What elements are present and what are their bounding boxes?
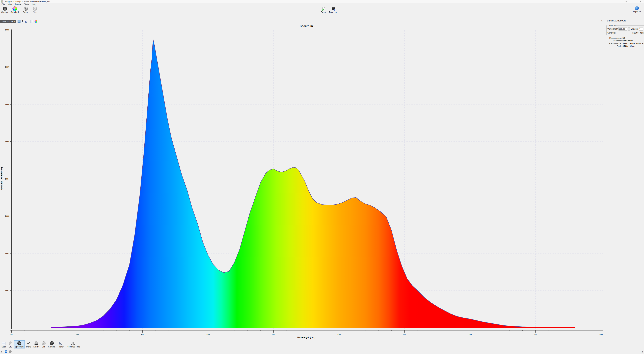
info-badge[interactable]: i <box>9 350 12 353</box>
svg-text:800: 800 <box>600 334 602 336</box>
svg-text:0.008: 0.008 <box>5 29 10 31</box>
console-log-icon[interactable]: ▸] <box>1 351 3 353</box>
centroid-group: Centroid Wavelength ▲ ▼ Window ▲ ▼ Centr… <box>606 24 644 35</box>
tab-label: CIE <box>9 346 12 348</box>
tab-label: Trend <box>26 346 31 348</box>
view-tabbar: Data CIE Spectrum Trend L*a*b* CRI Gamma… <box>0 340 644 349</box>
lab-ellipsoids-icon <box>34 341 38 346</box>
window-label: Window <box>631 28 638 30</box>
info-glyph: i <box>636 7 637 10</box>
data-table-icon[interactable] <box>18 20 21 23</box>
svg-text:0.005: 0.005 <box>5 141 10 143</box>
menu-file[interactable]: File <box>0 3 6 6</box>
tab-label: Response Time <box>66 346 80 348</box>
svg-text:450: 450 <box>141 334 144 336</box>
x-axis-label: Wavelength (nm.) <box>297 336 316 339</box>
tab-data[interactable]: Data <box>0 341 7 349</box>
spin-up-icon: ▲ <box>628 28 630 29</box>
menu-tools[interactable]: Tools <box>23 3 30 6</box>
svg-text:700: 700 <box>468 334 472 336</box>
view-toolbar: Switch to data λ <box>0 19 644 24</box>
svg-text:0.006: 0.006 <box>5 103 10 105</box>
export-document-icon <box>321 6 326 11</box>
menu-help[interactable]: Help <box>30 3 38 6</box>
radiance-row: Radiance: watts/sr/m² <box>605 39 644 42</box>
measurement-info: Measurement: M1 Radiance: watts/sr/m² Sp… <box>605 37 644 47</box>
gamma-sphere-icon <box>50 341 54 346</box>
capture-label: Capture <box>1 11 8 13</box>
tab-gamma[interactable]: Gamma <box>47 341 56 349</box>
tab-label: L*a*b* <box>33 346 39 348</box>
svg-text:550: 550 <box>272 334 275 336</box>
chart-area: 0.0010.0020.0030.0040.0050.0060.0070.008… <box>0 23 605 340</box>
database-gear-icon <box>331 6 336 11</box>
panel-options-icon[interactable]: ✳ <box>600 19 604 23</box>
dock-panel-icon[interactable]: [◂ <box>641 351 643 353</box>
standard-label: Standard <box>10 11 19 13</box>
export-button[interactable]: Export <box>319 6 328 13</box>
panel-title: SPECTRAL RESULTS <box>605 19 644 23</box>
wavelength-stepper[interactable]: ▲ ▼ <box>628 27 630 30</box>
spectral-results-panel: SPECTRAL RESULTS Centroid Wavelength ▲ ▼… <box>605 18 644 340</box>
inspector-button[interactable]: i Inspector <box>630 6 643 13</box>
maximize-icon[interactable]: ▢ <box>630 0 637 3</box>
data-log-button[interactable]: Data Log <box>328 6 338 13</box>
switch-to-data-button[interactable]: Switch to data <box>0 20 16 23</box>
inspector-label: Inspector <box>632 10 641 13</box>
spectrum-plot-icon[interactable] <box>24 20 28 23</box>
spectral-colors-toggle-icon[interactable] <box>34 20 38 23</box>
tab-cie[interactable]: CIE <box>7 341 14 349</box>
stop-label: Stop <box>33 11 37 13</box>
tab-spectrum[interactable]: Spectrum <box>14 341 25 349</box>
capture-button[interactable]: Capture <box>0 6 10 13</box>
main-toolbar: Capture Standard ▾ Setup Stop Export Dat… <box>0 6 644 15</box>
grid-toggle-icon[interactable] <box>30 20 33 23</box>
measurement-badge[interactable]: M <box>5 350 8 353</box>
close-icon[interactable]: ✕ <box>637 0 644 3</box>
wavelength-input[interactable] <box>618 27 627 30</box>
row-label: Peak: <box>606 45 622 47</box>
minimize-icon[interactable]: — <box>623 0 630 3</box>
centroid-legend: Centroid <box>608 24 616 27</box>
svg-text:0.007: 0.007 <box>5 66 10 68</box>
row-label: Measurement: <box>606 37 622 39</box>
tab-trend[interactable]: Trend <box>25 341 32 349</box>
setup-label: Setup <box>23 11 28 13</box>
svg-text:400: 400 <box>76 334 78 336</box>
spectrum-chart: 0.0010.0020.0030.0040.0050.0060.0070.008… <box>0 23 605 340</box>
export-label: Export <box>321 11 326 13</box>
centroid-result-unit: nm. <box>642 32 644 34</box>
window-input[interactable] <box>639 27 643 30</box>
measurement-row: Measurement: M1 <box>605 37 644 39</box>
standard-button[interactable]: Standard <box>10 6 20 13</box>
wavelength-lambda-icon[interactable]: λ <box>22 20 23 23</box>
row-value: 4.580e+02 nm. <box>622 45 644 47</box>
toolbar-separator <box>318 6 318 13</box>
wavelength-label: Wavelength <box>608 28 618 30</box>
centroid-result-label: Centroid: <box>608 32 616 34</box>
row-value: watts/sr/m² <box>622 40 644 42</box>
cri-sphere-icon <box>42 341 46 346</box>
tab-cri[interactable]: CRI <box>40 341 47 349</box>
menu-device[interactable]: Device <box>14 3 23 6</box>
tab-lab[interactable]: L*a*b* <box>32 341 40 349</box>
flicker-decay-icon <box>58 341 63 346</box>
svg-text:750: 750 <box>534 334 537 336</box>
standard-dropdown[interactable]: ▾ <box>20 6 22 10</box>
stop-button[interactable]: Stop <box>31 6 39 13</box>
tab-flicker[interactable]: Flicker <box>56 341 65 349</box>
stop-icon <box>33 6 37 11</box>
svg-text:500: 500 <box>206 334 210 336</box>
spin-down-icon: ▼ <box>628 29 630 30</box>
setup-button[interactable]: Setup <box>22 6 30 13</box>
add-view-icon[interactable]: + <box>1 16 3 18</box>
status-bar: ▸] M i [◂ <box>0 349 644 354</box>
data-grid-icon <box>2 341 6 346</box>
view-tab-row: + ▾ <box>0 15 644 19</box>
tab-label: Gamma <box>48 346 55 348</box>
tab-response-time[interactable]: Response Time <box>65 341 81 349</box>
spectrum-sphere-icon <box>17 341 22 346</box>
menu-view[interactable]: View <box>6 3 14 6</box>
add-view-caret-icon[interactable]: ▾ <box>3 16 4 18</box>
spectral-range-row: Spectral range: 380 to 780 nm. every 2 n… <box>605 42 644 45</box>
